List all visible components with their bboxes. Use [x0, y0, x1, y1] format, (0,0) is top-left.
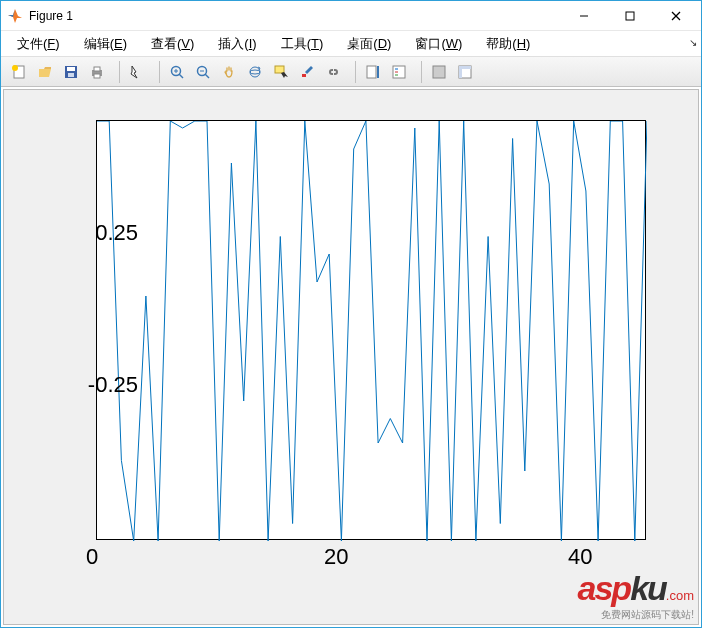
axes-canvas[interactable]: 0.25 -0.25 0 20 40 aspku.com 免费网站源码下载站! [3, 89, 699, 625]
link-button[interactable] [321, 60, 345, 84]
insert-legend-button[interactable] [387, 60, 411, 84]
svg-rect-13 [94, 74, 100, 78]
zoom-in-button[interactable] [165, 60, 189, 84]
save-button[interactable] [59, 60, 83, 84]
titlebar: Figure 1 [1, 1, 701, 31]
menu-tools[interactable]: 工具(T) [271, 32, 334, 56]
window-title: Figure 1 [29, 9, 561, 23]
svg-rect-34 [459, 66, 471, 69]
svg-point-7 [12, 65, 18, 71]
brush-button[interactable] [295, 60, 319, 84]
print-button[interactable] [85, 60, 109, 84]
svg-point-21 [250, 67, 260, 77]
hide-plot-tools-button[interactable] [427, 60, 451, 84]
insert-colorbar-button[interactable] [361, 60, 385, 84]
svg-rect-10 [68, 73, 74, 77]
svg-rect-24 [302, 74, 306, 77]
svg-rect-26 [377, 66, 379, 78]
close-button[interactable] [653, 2, 699, 30]
x-tick-label: 40 [568, 544, 592, 570]
svg-rect-12 [94, 67, 100, 71]
window-controls [561, 2, 699, 30]
menu-insert[interactable]: 插入(I) [208, 32, 266, 56]
toolbar-separator [416, 61, 422, 83]
svg-rect-23 [275, 66, 284, 73]
svg-line-15 [179, 74, 183, 78]
axes-box [96, 120, 646, 540]
edit-plot-button[interactable] [125, 60, 149, 84]
zoom-out-button[interactable] [191, 60, 215, 84]
matlab-icon [7, 8, 23, 24]
watermark: aspku.com 免费网站源码下载站! [578, 569, 694, 622]
menu-view[interactable]: 查看(V) [141, 32, 204, 56]
minimize-button[interactable] [561, 2, 607, 30]
menu-window[interactable]: 窗口(W) [405, 32, 472, 56]
toolbar [1, 57, 701, 87]
y-tick-label: -0.25 [58, 372, 138, 398]
svg-rect-3 [626, 12, 634, 20]
maximize-button[interactable] [607, 2, 653, 30]
svg-rect-25 [367, 66, 376, 78]
figure-window: Figure 1 文件(F) 编辑(E) 查看(V) 插入(I) 工具(T) 桌… [0, 0, 702, 628]
toolbar-separator [350, 61, 356, 83]
toolbar-separator [114, 61, 120, 83]
new-figure-button[interactable] [7, 60, 31, 84]
open-button[interactable] [33, 60, 57, 84]
svg-marker-0 [8, 9, 22, 23]
dock-arrow-icon[interactable]: ↘ [689, 37, 697, 48]
x-tick-label: 0 [86, 544, 98, 570]
menu-desktop[interactable]: 桌面(D) [337, 32, 401, 56]
y-tick-label: 0.25 [58, 220, 138, 246]
svg-point-22 [250, 70, 260, 74]
menu-help[interactable]: 帮助(H) [476, 32, 540, 56]
rotate-3d-button[interactable] [243, 60, 267, 84]
pan-button[interactable] [217, 60, 241, 84]
line-series [97, 121, 647, 541]
x-tick-label: 20 [324, 544, 348, 570]
menu-edit[interactable]: 编辑(E) [74, 32, 137, 56]
svg-rect-27 [393, 66, 405, 78]
svg-line-19 [205, 74, 209, 78]
toolbar-separator [154, 61, 160, 83]
menubar: 文件(F) 编辑(E) 查看(V) 插入(I) 工具(T) 桌面(D) 窗口(W… [1, 31, 701, 57]
data-cursor-button[interactable] [269, 60, 293, 84]
svg-rect-31 [433, 66, 445, 78]
show-plot-tools-button[interactable] [453, 60, 477, 84]
menu-file[interactable]: 文件(F) [7, 32, 70, 56]
svg-rect-9 [67, 67, 75, 71]
